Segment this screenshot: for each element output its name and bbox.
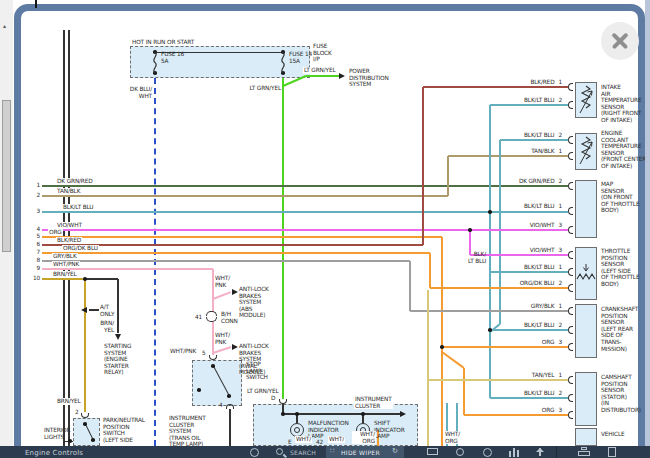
wire-number: 8 — [24, 257, 40, 264]
wire-wht-pnk — [212, 321, 214, 355]
pin-number: 1 — [558, 79, 562, 85]
pin-label: TAN/BLK1 — [498, 148, 562, 155]
wire-org-dk-blu — [430, 287, 568, 289]
at-only-pointer — [89, 309, 99, 310]
wire-blk-lt-blu — [490, 329, 568, 331]
pin-number: 3 — [558, 407, 562, 413]
wire-number: 9 — [24, 265, 40, 272]
junction-dot — [91, 438, 95, 442]
label-components-cluster_note: INSTRUMENT CLUSTER SYSTEM (TRANS OIL TEM… — [169, 415, 206, 448]
sensor-box-vehicle — [575, 428, 597, 446]
pin-arc — [568, 343, 573, 351]
document-icon[interactable] — [608, 447, 616, 457]
user-icon[interactable] — [483, 448, 492, 457]
flow-arrow — [232, 289, 238, 295]
zoom-icon[interactable] — [456, 448, 464, 456]
wire-wht-pnk — [42, 268, 213, 270]
pin-arc — [568, 182, 573, 190]
search-label[interactable]: SEARCH — [290, 449, 316, 456]
wire-number: 1 — [24, 182, 40, 189]
wiring-diagram-viewer: ▴ Engine Controls SEARCH ∷ HIDE WIPER ↻ … — [0, 0, 650, 458]
search-icon[interactable] — [276, 448, 283, 455]
wire-org — [441, 237, 443, 446]
toolbar-divider — [556, 446, 557, 458]
thermistor-icon — [577, 136, 595, 166]
pin-wire-color: GRY/BLK — [531, 303, 555, 309]
junction-dot — [440, 345, 444, 349]
label-pins-p4: 4 — [219, 402, 223, 409]
label-floating-wht_org: WHT/ ORG — [444, 431, 461, 444]
clock-icon[interactable] — [250, 448, 259, 457]
hide-wiper-button[interactable]: ∷ HIDE WIPER ↻ — [326, 446, 404, 458]
junction-dot — [488, 210, 492, 214]
wire-label: DK GRN/RED — [56, 178, 94, 185]
wire-black — [117, 279, 118, 333]
pin-label: ORG3 — [498, 339, 562, 346]
pin-arc — [568, 207, 573, 215]
pin-wire-color: ORG — [542, 339, 555, 345]
chart-icon — [513, 448, 515, 457]
label-fuse_block-header: HOT IN RUN OR START — [132, 39, 194, 46]
toolbar-title: Engine Controls — [25, 449, 83, 457]
junction-dot — [361, 412, 365, 416]
window-right-edge — [645, 0, 650, 458]
wire-tan-blk — [42, 195, 448, 197]
sensor-label-crankshaft-position: CRANKSHAFT POSITION SENSOR (LEFT REAR SI… — [601, 306, 638, 352]
pin-label: BLK/LT BLU2 — [498, 322, 562, 329]
pin-wire-color: VIO/WHT — [530, 247, 555, 253]
label-floating-at_only: A/T ONLY — [100, 304, 114, 317]
pin-wire-color: DK GRN/RED — [519, 178, 555, 184]
pin-label: VIO/WHT3 — [498, 222, 562, 229]
pin-number: 2 — [558, 390, 562, 396]
junction-dot — [488, 328, 492, 332]
label-pins-pe: E — [288, 439, 292, 446]
label-pins-p5: 5 — [202, 350, 206, 357]
label-floating-wht_pnk: WHT/ PNK — [215, 275, 230, 288]
label-floating-wht: WHT/ — [295, 436, 312, 443]
vertical-scrollbar[interactable]: ▴ — [0, 0, 13, 458]
pin-number: 1 — [558, 264, 562, 270]
wire-lt-grn-yel — [282, 78, 284, 399]
wire-number: 4 — [24, 226, 40, 233]
pin-arc — [568, 326, 573, 334]
monitor-icon[interactable] — [427, 448, 438, 455]
pin-number: 1 — [558, 372, 562, 378]
pin-arc — [568, 376, 573, 384]
junction-dot — [197, 388, 201, 392]
chart-icon[interactable] — [509, 451, 511, 457]
flow-arrow — [115, 334, 121, 340]
wire-number: 6 — [24, 241, 40, 248]
pin-arc — [568, 411, 573, 419]
printer-icon-top — [581, 447, 587, 450]
wire-label: BLK/LT BLU — [62, 204, 94, 211]
wire-label: BRN/YEL — [52, 271, 78, 278]
scrollbar-thumb[interactable] — [2, 100, 11, 252]
wire-tan-blk — [448, 155, 568, 157]
junction-dot — [227, 394, 231, 398]
junction-dot — [468, 228, 472, 232]
close-button[interactable] — [601, 22, 639, 60]
pin-wire-color: BLK/RED — [530, 79, 554, 85]
wire-blk-lt-blu — [490, 397, 568, 399]
pin-arc — [568, 83, 573, 91]
hide-wiper-label: HIDE WIPER — [341, 449, 380, 456]
pin-number: 1 — [558, 148, 562, 154]
pin-wire-color: BLK/LT BLU — [524, 132, 554, 138]
label-pins-p42: 42 — [316, 439, 323, 446]
wire-number: 3 — [24, 208, 40, 215]
flow-arrow — [339, 73, 345, 79]
sensor-label-intake-air-temp: INTAKE AIR TEMPERATURE SENSOR (RIGHT FRO… — [601, 84, 642, 124]
sensor-label-engine-coolant-temp: ENGINE COOLANT TEMPERATURE SENSOR (FRONT… — [601, 130, 646, 170]
pin-arc — [568, 226, 573, 234]
scroll-up-icon[interactable]: ▴ — [3, 22, 6, 29]
printer-icon[interactable] — [578, 451, 590, 456]
wire-blk-lt-blu — [490, 104, 568, 106]
wire-dk-blu-wht — [154, 78, 156, 446]
pin-arc — [568, 307, 573, 315]
wire-number: 7 — [24, 249, 40, 256]
sensor-label-vehicle: VEHICLE — [601, 431, 625, 438]
wire-number: 10 — [24, 275, 40, 282]
wire-brn-yel — [84, 279, 86, 412]
sensor-label-camshaft-position: CAMSHAFT POSITION SENSOR (STATOR) (IN DI… — [601, 374, 641, 414]
junction-dot — [295, 412, 299, 416]
